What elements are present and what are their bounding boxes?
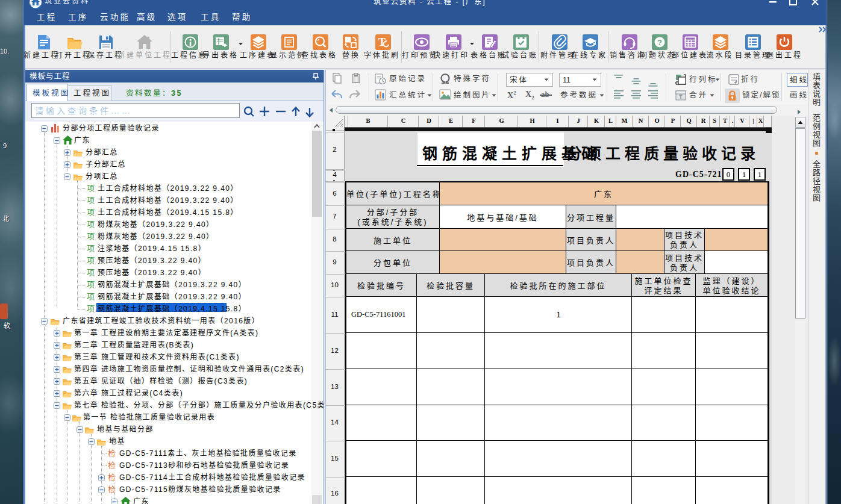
svg-text:?: ? xyxy=(657,38,662,47)
